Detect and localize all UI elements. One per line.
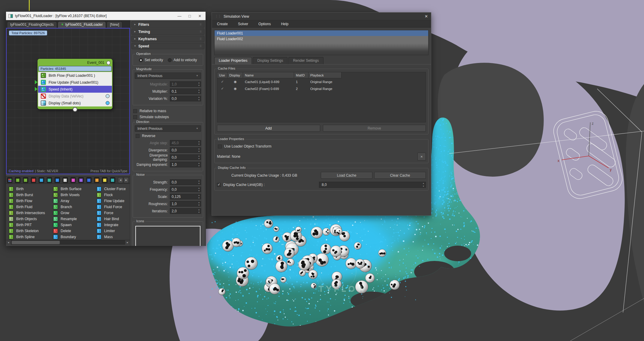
operator-item[interactable]: Delete (53, 228, 97, 234)
operator-item[interactable]: Birth Surface (53, 186, 97, 192)
node-operator-row[interactable]: Birth Flow (Fluid Loader001 ) (38, 72, 112, 79)
palette-scroll-left-icon[interactable]: ◄ (118, 177, 123, 183)
scrollbar-thumb[interactable] (12, 241, 60, 244)
reverse-checkbox-row[interactable]: Reverse (136, 134, 200, 138)
flow-tab[interactable]: ▼ tyFlow001_FluidLoader (58, 21, 106, 28)
use-check-icon[interactable]: ✓ (221, 80, 224, 84)
flow-tab[interactable]: tyFlow001_FloatingObjects (7, 21, 57, 28)
spinner-field[interactable]: 0,1 (170, 88, 201, 94)
radio-icon[interactable] (168, 58, 172, 62)
operator-item[interactable]: Grow (53, 210, 97, 216)
rollout-header[interactable]: ► Timing ⠿ (131, 28, 204, 35)
simview-tab[interactable]: Render Settings (288, 57, 323, 64)
spinner-field[interactable]: 0,0 (170, 96, 201, 101)
physx-operators-icon[interactable] (86, 177, 92, 183)
export-operators-icon[interactable] (94, 177, 99, 183)
drag-grip-icon[interactable]: ⋮⋮ (215, 14, 221, 18)
spinner-field[interactable]: 0,0 (170, 154, 201, 160)
script-operators-icon[interactable] (102, 177, 107, 183)
add-cache-button[interactable]: Add (217, 125, 320, 132)
node-output-connector[interactable] (73, 107, 77, 112)
operator-item[interactable]: Birth Flow (9, 198, 53, 204)
drag-grip-icon[interactable]: ⠿ (200, 23, 202, 26)
operator-item[interactable]: Birth (9, 186, 53, 192)
drag-grip-icon[interactable]: ⠿ (200, 45, 202, 48)
magnitude-mode-dropdown[interactable]: Inherit Previous ▼ (135, 73, 201, 79)
event-node[interactable]: Event_001 Particles: 451845 Birth Flow (… (37, 58, 113, 109)
node-enable-bulb-icon[interactable] (107, 61, 110, 65)
operator-item[interactable]: Mass (97, 234, 130, 240)
operator-item[interactable]: Flow Update (97, 198, 130, 204)
operation-radio[interactable]: Set velocity (139, 58, 163, 62)
checkbox-icon[interactable] (218, 145, 222, 148)
birth-operators-icon[interactable] (15, 177, 20, 183)
minimize-button[interactable]: — (174, 12, 185, 20)
cache-limit-spinner[interactable]: 8,0 (319, 182, 426, 188)
operator-item[interactable]: Cluster Force (97, 186, 130, 192)
direction-mode-dropdown[interactable]: Inherit Previous ▼ (135, 125, 201, 132)
use-check-icon[interactable]: ✓ (221, 87, 224, 91)
menu-item[interactable]: Solver (238, 22, 248, 26)
flow-tab[interactable]: [New] (107, 21, 122, 28)
display-operators-icon[interactable] (55, 177, 60, 183)
fluid-operators-icon[interactable] (47, 177, 52, 183)
rollout-header[interactable]: ► Filters ⠿ (131, 21, 204, 28)
operator-item[interactable]: Limiter (97, 228, 130, 234)
remove-cache-button[interactable]: Remove (323, 125, 426, 132)
show-all-operators-icon[interactable] (7, 177, 12, 183)
operator-item[interactable]: Hair Bind (97, 216, 130, 222)
delete-operators-icon[interactable] (31, 177, 36, 183)
operator-item[interactable]: Birth Intersections (9, 210, 53, 216)
spinner-field[interactable]: 1,0 (170, 201, 201, 207)
operator-item[interactable]: Fluid Force (97, 204, 130, 210)
scroll-right-icon[interactable]: ► (125, 240, 130, 245)
spinner-field[interactable]: 2,0 (170, 208, 201, 214)
drag-grip-icon[interactable]: ⠿ (200, 37, 202, 40)
operator-item[interactable]: Birth Voxels (53, 192, 97, 198)
operator-item[interactable]: Spawn (53, 222, 97, 228)
operator-item[interactable]: Birth Skeleton (9, 228, 53, 234)
simview-titlebar[interactable]: ⋮⋮ Simulation View ✕ (212, 13, 431, 20)
icons-listbox[interactable] (135, 226, 200, 246)
radio-icon[interactable] (139, 58, 143, 62)
scrollbar-track[interactable] (11, 240, 125, 245)
menu-item[interactable]: Create (217, 22, 228, 26)
operator-item[interactable]: Birth Objects (9, 216, 53, 222)
node-operator-row[interactable]: Flow Update (Fluid Loader001) (38, 79, 112, 86)
spinner-field[interactable]: 0,125 (170, 194, 201, 199)
rollout-header-speed[interactable]: ▼ Speed ⠿ (131, 43, 204, 49)
close-button[interactable]: ✕ (195, 12, 205, 20)
operator-item[interactable]: Boundary (53, 234, 97, 240)
menu-item[interactable]: Options (258, 22, 271, 26)
spinner-field[interactable]: 0,0 (170, 147, 201, 153)
operator-item[interactable]: Birth PRT (9, 222, 53, 228)
palette-scroll-right-icon[interactable]: ► (124, 177, 129, 183)
node-graph-canvas[interactable]: Total Particles: 897526 Event_001 Partic… (6, 28, 130, 174)
mapping-operators-icon[interactable] (78, 177, 83, 183)
editor-titlebar[interactable]: tyFlow001_FluidLoader : [tyFlow v0,16107… (6, 12, 206, 20)
load-cache-button[interactable]: Load Cache (321, 172, 372, 179)
shape-operators-icon[interactable] (23, 177, 28, 183)
param-checkbox-row[interactable]: Relative to mass (133, 109, 203, 113)
rollout-header[interactable]: ► Keyframes ⠿ (131, 36, 204, 42)
transform-checkbox-row[interactable]: Use Loader Object Transform (218, 144, 425, 148)
display-eye-icon[interactable]: ◉ (234, 80, 237, 84)
operator-item[interactable]: Force (97, 210, 130, 216)
param-checkbox-row[interactable]: Simulate substeps (133, 115, 203, 119)
drag-grip-icon[interactable]: ⠿ (200, 30, 202, 33)
operator-item[interactable]: Flock (97, 192, 130, 198)
spinner-field[interactable]: 0,0 (170, 179, 201, 185)
loader-list-item[interactable]: Fluid Loader002 (215, 36, 428, 42)
spinner-field[interactable]: 1,0 (170, 81, 201, 87)
display-toggle-icon[interactable] (106, 94, 110, 98)
simview-tab[interactable]: Display Settings (253, 57, 287, 64)
menu-item[interactable]: Help (281, 22, 288, 26)
misc-operators-icon[interactable] (110, 177, 115, 183)
close-icon[interactable]: ✕ (425, 14, 428, 19)
loader-listbox[interactable]: Fluid Loader001 Fluid Loader002 (214, 30, 429, 55)
operator-item[interactable]: Birth Burst (9, 192, 53, 198)
display-toggle-icon[interactable] (106, 101, 110, 105)
operator-item[interactable]: Birth Spline (9, 234, 53, 240)
material-operators-icon[interactable] (71, 177, 76, 183)
checkbox-icon[interactable] (217, 183, 221, 187)
